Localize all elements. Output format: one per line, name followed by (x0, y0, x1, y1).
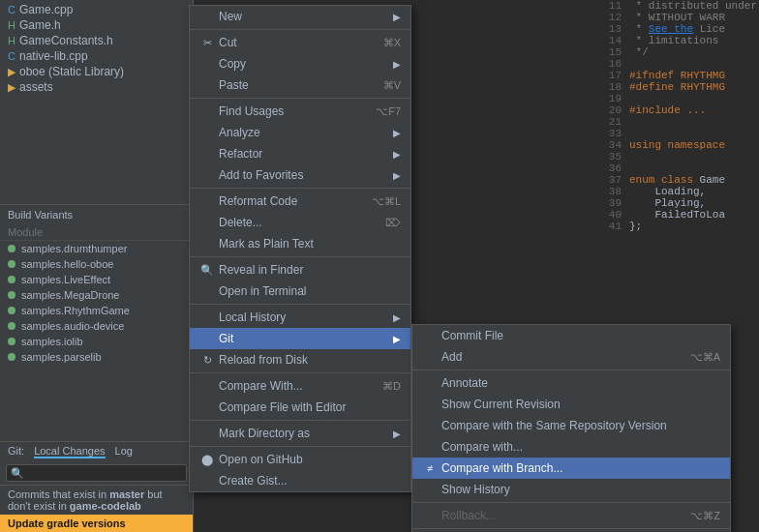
menu-mark-dir[interactable]: Mark Directory as ▶ (190, 423, 410, 444)
module-item[interactable]: samples.audio-device (0, 318, 193, 334)
status-dot (8, 260, 15, 268)
search-input[interactable] (6, 464, 187, 482)
reformat-shortcut: ⌥⌘L (372, 195, 401, 208)
menu-paste-label: Paste (219, 78, 249, 92)
module-item[interactable]: samples.MegaDrone (0, 287, 193, 303)
git-annotate[interactable]: Annotate (412, 372, 730, 394)
menu-open-github[interactable]: ⬤ Open on GitHub (190, 449, 410, 470)
git-bar: Git: Local Changes Log (0, 441, 193, 461)
menu-terminal-label: Open in Terminal (219, 284, 307, 298)
code-line: 39 Playing, (591, 197, 759, 209)
status-dot (8, 307, 15, 314)
git-rollback[interactable]: Rollback... ⌥⌘Z (412, 505, 730, 526)
menu-cut[interactable]: ✂ Cut ⌘X (190, 32, 410, 53)
git-compare-with[interactable]: Compare with... (412, 436, 730, 458)
menu-git[interactable]: Git ▶ (190, 328, 410, 349)
rollback-shortcut: ⌥⌘Z (690, 510, 720, 522)
h-icon: H (8, 35, 15, 46)
compare-branch-icon: ≠ (422, 462, 438, 474)
git-add[interactable]: Add ⌥⌘A (412, 346, 730, 368)
menu-copy[interactable]: Copy ▶ (190, 53, 410, 74)
menu-local-history[interactable]: Local History ▶ (190, 307, 410, 328)
file-tree: C Game.cpp H Game.h H GameConstants.h C … (0, 0, 193, 204)
file-item[interactable]: H GameConstants.h (0, 33, 193, 48)
menu-analyze-label: Analyze (219, 126, 260, 139)
master-branch: master (109, 488, 144, 500)
git-show-revision[interactable]: Show Current Revision (412, 394, 730, 415)
code-line: 37 enum class Game (591, 174, 759, 186)
menu-open-terminal[interactable]: Open in Terminal (190, 281, 410, 302)
menu-reload[interactable]: ↻ Reload from Disk (190, 349, 410, 370)
sidebar: C Game.cpp H Game.h H GameConstants.h C … (0, 0, 194, 532)
code-line: 38 Loading, (591, 186, 759, 197)
module-item[interactable]: samples.parselib (0, 349, 193, 365)
status-dot (8, 245, 15, 252)
module-item[interactable]: samples.RhythmGame (0, 303, 193, 318)
update-bar[interactable]: Update gradle versions (0, 515, 193, 532)
file-name: native-lib.cpp (19, 49, 88, 63)
file-item[interactable]: C Game.cpp (0, 2, 193, 17)
cut-shortcut: ⌘X (383, 37, 401, 49)
file-name: oboe (Static Library) (19, 65, 124, 78)
menu-reformat[interactable]: Reformat Code ⌥⌘L (190, 191, 410, 212)
git-compare-branch-label: Compare with Branch... (441, 461, 562, 475)
git-compare-branch[interactable]: ≠ Compare with Branch... (412, 458, 730, 479)
menu-new[interactable]: New ▶ (190, 6, 410, 27)
separator (412, 369, 730, 370)
arrow-icon: ▶ (393, 312, 401, 323)
context-menu: New ▶ ✂ Cut ⌘X Copy ▶ Paste ⌘V Find Usag… (189, 5, 411, 492)
menu-cut-label: Cut (219, 36, 237, 49)
see-the-link[interactable]: See the (649, 23, 693, 35)
menu-find-usages[interactable]: Find Usages ⌥F7 (190, 101, 410, 122)
build-variants-label: Build Variants (8, 209, 73, 221)
module-item[interactable]: samples.hello-oboe (0, 256, 193, 272)
menu-delete[interactable]: Delete... ⌦ (190, 212, 410, 233)
status-dot (8, 338, 15, 345)
separator (190, 29, 410, 30)
file-item[interactable]: C native-lib.cpp (0, 48, 193, 64)
module-item[interactable]: samples.drumthumper (0, 241, 193, 256)
git-compare-same-repo[interactable]: Compare with the Same Repository Version (412, 415, 730, 436)
menu-add-favorites[interactable]: Add to Favorites ▶ (190, 164, 410, 186)
menu-gist-label: Create Gist... (219, 474, 288, 488)
menu-compare-editor-label: Compare File with Editor (219, 400, 346, 414)
reload-icon: ↻ (199, 354, 215, 367)
menu-new-label: New (219, 10, 242, 23)
menu-compare-editor[interactable]: Compare File with Editor (190, 397, 410, 418)
file-name: Game.h (19, 18, 61, 32)
git-commit-file[interactable]: Commit File (412, 325, 730, 346)
arrow-icon: ▶ (393, 170, 401, 181)
menu-compare-with[interactable]: Compare With... ⌘D (190, 375, 410, 397)
menu-create-gist[interactable]: Create Gist... (190, 470, 410, 491)
git-show-history[interactable]: Show History (412, 479, 730, 500)
menu-copy-label: Copy (219, 57, 246, 71)
menu-refactor[interactable]: Refactor ▶ (190, 143, 410, 164)
module-item[interactable]: samples.iolib (0, 334, 193, 349)
file-item[interactable]: ▶ oboe (Static Library) (0, 64, 193, 79)
reveal-icon: 🔍 (199, 264, 215, 277)
log-tab[interactable]: Log (115, 445, 133, 458)
menu-analyze[interactable]: Analyze ▶ (190, 122, 410, 143)
code-line: 15 */ (591, 46, 759, 58)
file-item[interactable]: ▶ assets (0, 79, 193, 95)
code-line: 34 using namespace (591, 139, 759, 151)
menu-mark-dir-label: Mark Directory as (219, 427, 310, 440)
menu-reveal[interactable]: 🔍 Reveal in Finder (190, 259, 410, 281)
file-item[interactable]: H Game.h (0, 17, 193, 33)
menu-find-label: Find Usages (219, 104, 284, 118)
menu-delete-label: Delete... (219, 216, 262, 229)
compare-shortcut: ⌘D (382, 380, 401, 393)
code-line: 36 (591, 163, 759, 174)
module-header: Module (0, 224, 193, 241)
git-compare-repo-label: Compare with the Same Repository Version (441, 419, 667, 432)
menu-mark-plain[interactable]: Mark as Plain Text (190, 233, 410, 254)
local-changes-tab[interactable]: Local Changes (34, 445, 105, 458)
github-icon: ⬤ (199, 454, 215, 466)
code-line: 20 #include ... (591, 104, 759, 116)
module-item[interactable]: samples.LiveEffect (0, 272, 193, 287)
git-history-label: Show History (441, 483, 510, 496)
folder-icon: ▶ (8, 81, 15, 94)
file-name: Game.cpp (19, 3, 73, 16)
menu-paste[interactable]: Paste ⌘V (190, 74, 410, 96)
menu-compare-label: Compare With... (219, 379, 303, 393)
